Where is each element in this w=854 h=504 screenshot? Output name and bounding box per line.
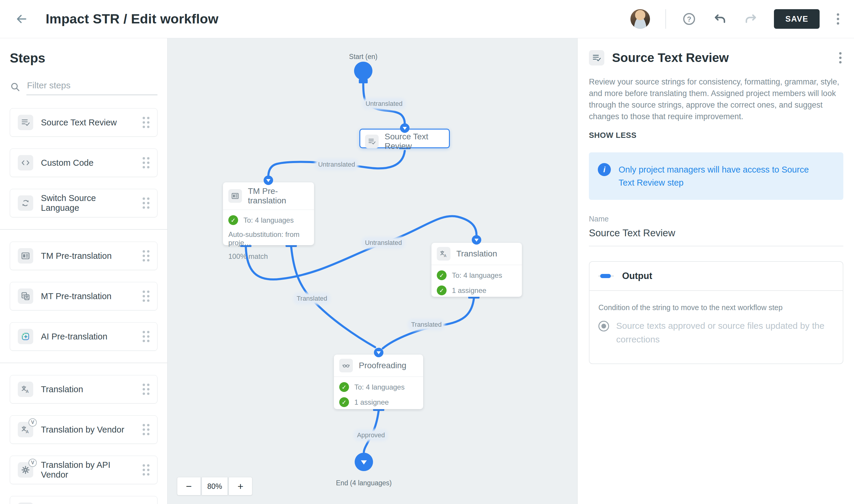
divider — [665, 9, 666, 29]
output-condition-radio[interactable] — [599, 321, 609, 331]
drag-handle[interactable] — [143, 250, 149, 262]
output-port-icon — [599, 272, 614, 280]
sidebar-item-translation-by-vendor[interactable]: A V Translation by Vendor — [10, 415, 158, 444]
end-node-label: End (4 languages) — [336, 479, 392, 487]
svg-text:A: A — [444, 254, 447, 258]
edge-arrow-icon — [472, 235, 481, 245]
drag-handle[interactable] — [143, 197, 149, 209]
start-node[interactable] — [354, 62, 372, 80]
sidebar-item-label: Translation — [41, 384, 83, 394]
save-button[interactable]: SAVE — [774, 9, 820, 29]
undo-button[interactable] — [712, 11, 728, 27]
panel-title: Source Text Review — [612, 51, 830, 65]
edge-label: Translated — [295, 295, 328, 302]
sidebar-item-tm-pre-translation[interactable]: TM Pre-translation — [10, 241, 158, 270]
sidebar-item-label: AI Pre-translation — [41, 332, 107, 342]
node-title: Translation — [456, 249, 497, 258]
drag-handle[interactable] — [143, 157, 149, 168]
drag-handle[interactable] — [143, 424, 149, 435]
drag-handle[interactable] — [143, 117, 149, 128]
sync-icon — [18, 195, 33, 211]
redo-icon — [744, 12, 758, 26]
edge-label: Untranslated — [317, 161, 356, 168]
name-field-label: Name — [589, 215, 843, 223]
check-icon: ✓ — [339, 382, 349, 392]
step-description: Review your source strings for consisten… — [589, 76, 843, 123]
sidebar-item-mt-pre-translation[interactable]: G MT Pre-translation — [10, 282, 158, 310]
ai-sparkle-icon — [18, 329, 33, 344]
group-divider — [0, 229, 167, 230]
sidebar-item-label: TM Pre-translation — [41, 251, 112, 261]
back-button[interactable] — [13, 11, 30, 27]
redo-button[interactable] — [743, 11, 759, 27]
globe-icon — [18, 503, 33, 504]
zoom-level: 80% — [202, 477, 228, 496]
vendor-badge: V — [29, 458, 37, 467]
help-button[interactable]: ? — [681, 11, 697, 27]
search-icon — [10, 82, 20, 92]
page-title: Impact STR / Edit workflow — [46, 11, 218, 27]
gear-icon: V — [18, 462, 33, 478]
sidebar-item-source-text-review[interactable]: Source Text Review — [10, 108, 158, 137]
edge-label: Approved — [356, 431, 386, 439]
glasses-icon — [339, 359, 353, 372]
arrow-left-icon — [15, 13, 28, 25]
topbar: Impact STR / Edit workflow ? SAVE — [0, 0, 854, 38]
node-proofreading[interactable]: Proofreading ✓ To: 4 languages ✓ 1 assig… — [334, 355, 423, 409]
drag-handle[interactable] — [143, 384, 149, 395]
start-node-label: Start (en) — [349, 53, 377, 61]
node-detail: 1 assignee — [354, 398, 389, 407]
zoom-out-button[interactable]: − — [177, 477, 201, 496]
edge-arrow-icon — [400, 123, 409, 133]
edge-label: Untranslated — [364, 100, 404, 108]
sidebar-item-label: Custom Code — [41, 158, 93, 168]
node-detail: 1 assignee — [452, 286, 486, 295]
help-icon: ? — [682, 12, 696, 26]
list-check-icon — [18, 115, 33, 130]
show-less-button[interactable]: SHOW LESS — [589, 131, 637, 140]
drag-handle[interactable] — [143, 464, 149, 475]
code-icon — [18, 155, 33, 170]
sidebar-item-switch-source-language[interactable]: Switch Source Language — [10, 189, 158, 217]
node-translation[interactable]: A Translation ✓ To: 4 languages ✓ 1 assi… — [431, 243, 522, 297]
check-icon: ✓ — [437, 286, 447, 295]
node-detail: To: 4 languages — [452, 271, 502, 280]
node-title: Proofreading — [359, 361, 406, 370]
avatar[interactable] — [630, 9, 650, 29]
end-node[interactable] — [355, 453, 373, 471]
more-menu-button[interactable] — [835, 12, 841, 26]
sidebar-item-label: Translation by Vendor — [41, 425, 124, 435]
mt-icon: G — [18, 288, 33, 304]
undo-icon — [713, 12, 727, 26]
sidebar-item-label: MT Pre-translation — [41, 291, 111, 301]
workflow-canvas[interactable]: Start (en) End (4 languages) Untranslate… — [167, 38, 577, 504]
sidebar-item-translation-by-api-vendor[interactable]: V Translation by API Vendor — [10, 456, 158, 484]
tm-card-icon — [228, 189, 242, 203]
node-tm-pre-translation[interactable]: TM Pre-translation ✓ To: 4 languages Aut… — [223, 182, 314, 245]
sidebar-item-ai-pre-translation[interactable]: AI Pre-translation — [10, 322, 158, 351]
info-alert: i Only project managers will have access… — [589, 152, 843, 200]
svg-text:A: A — [26, 429, 29, 434]
check-icon: ✓ — [339, 397, 349, 407]
drag-handle[interactable] — [143, 331, 149, 342]
drag-handle[interactable] — [143, 290, 149, 302]
edge-label: Translated — [410, 321, 443, 328]
edge-label: Untranslated — [364, 239, 403, 247]
vendor-badge: V — [29, 418, 37, 427]
sidebar-item-translation[interactable]: A Translation — [10, 375, 158, 403]
node-title: TM Pre-translation — [248, 186, 309, 205]
filter-steps-input[interactable] — [26, 78, 158, 95]
step-properties-panel: Source Text Review Review your source st… — [577, 38, 854, 504]
sidebar-item-label: Source Text Review — [41, 118, 117, 127]
info-alert-text: Only project managers will have access t… — [619, 163, 826, 189]
node-detail: 100% match — [223, 252, 314, 260]
svg-text:A: A — [26, 389, 29, 394]
translate-icon: A — [437, 247, 450, 260]
sidebar-item-custom-code[interactable]: Custom Code — [10, 148, 158, 177]
sidebar-item-crowdsourcing[interactable]: Crowdsourcing — [10, 496, 158, 504]
edge-arrow-icon — [374, 348, 384, 357]
step-options-button[interactable] — [837, 50, 843, 65]
zoom-in-button[interactable]: + — [229, 477, 252, 496]
steps-sidebar: Steps Source Text Review Custom Code — [0, 38, 167, 504]
name-field-value[interactable]: Source Text Review — [589, 228, 843, 246]
